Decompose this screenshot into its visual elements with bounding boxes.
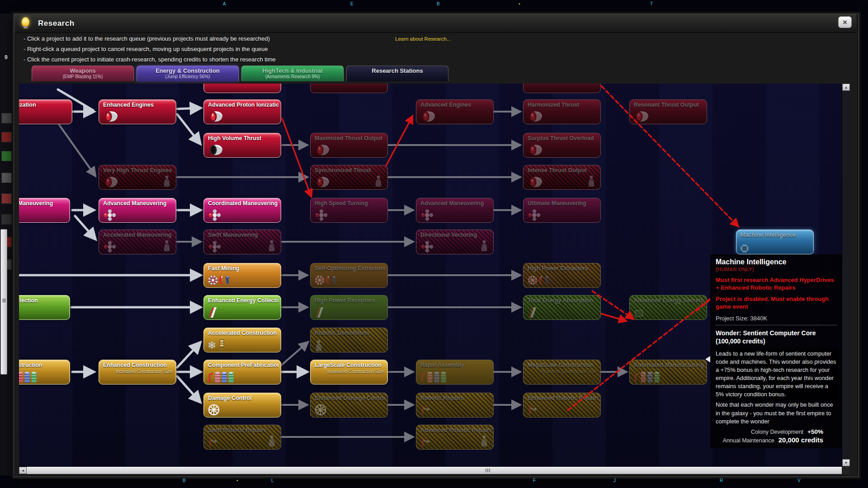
node-label: Intense Thrust Output: [528, 167, 598, 174]
background-map-label: F: [533, 478, 536, 483]
tab-progress: (EMP Blasting 11%): [32, 74, 133, 79]
node-label: Automated Manufacturing: [634, 362, 704, 368]
research-node-enhanced-construction[interactable]: Enhanced ConstructionIncreased Construct…: [99, 360, 176, 385]
tooltip-colony-development-row: Colony Development +50%: [716, 428, 837, 435]
research-node-intense-thrust-output[interactable]: Intense Thrust Output: [523, 165, 601, 190]
research-node-very-high-thrust-engines[interactable]: Very High Thrust Engines: [99, 165, 176, 190]
research-node-enhanced-robotic-repairs[interactable]: Enhanced Robotic Repairs: [523, 393, 601, 418]
node-label: Swift Maneuvering: [208, 232, 278, 238]
svg-text:❄: ❄: [208, 339, 216, 351]
research-node-enhanced-engines[interactable]: Enhanced Engines: [99, 99, 176, 124]
research-node-llection[interactable]: llection: [19, 295, 70, 320]
tab-label: Research Stations: [347, 67, 448, 74]
tooltip-requirement: Must first research Advanced HyperDrives…: [716, 276, 837, 292]
horizontal-scrollbar[interactable]: ◄ ►: [19, 466, 849, 474]
background-map-label: E: [350, 1, 354, 6]
node-sublabel: Increased Construction Size: [327, 369, 384, 374]
node-figure-icon: [267, 239, 276, 253]
research-node-accelerated-construction[interactable]: Accelerated Construction❄: [203, 328, 281, 352]
background-label: 9: [5, 54, 8, 61]
background-map-label: •: [236, 478, 238, 483]
research-node-high-power-extractors[interactable]: High Power Extractors: [523, 263, 601, 288]
research-node-advanced-robotic-repairs[interactable]: Advanced Robotic Repairs: [416, 425, 494, 450]
scroll-left-button[interactable]: ◄: [19, 467, 27, 474]
node-label: llection: [19, 297, 67, 304]
node-label: Synchronized Thrust: [315, 167, 385, 174]
background-map-label: B: [183, 478, 186, 483]
background-map-label: J: [613, 478, 616, 483]
research-node-high-volume-thrust[interactable]: High Volume Thrust: [203, 133, 281, 158]
research-node-high-speed-turning[interactable]: High Speed Turning: [310, 198, 388, 223]
research-node-advanced-energy-secrets[interactable]: Advanced Energy Secrets: [629, 295, 707, 320]
node-figure-icon: [374, 175, 383, 188]
research-node-struction[interactable]: struction: [19, 360, 70, 385]
research-node-swift-maneuvering[interactable]: Swift Maneuvering: [203, 230, 281, 254]
grip-icon: [2, 300, 6, 301]
research-node-advanced-maneuvering[interactable]: Advanced Maneuvering: [99, 198, 176, 223]
arrow-up-icon: ▲: [844, 85, 848, 89]
tooltip-human-only: [HUMAN ONLY]: [716, 267, 837, 272]
research-node-advanced-maneuvering[interactable]: Advanced Maneuvering: [416, 198, 494, 223]
research-node-automated-manufacturing[interactable]: Automated Manufacturing: [629, 360, 707, 385]
background-map-label: R: [720, 478, 723, 483]
tab-weapons[interactable]: Weapons(EMP Blasting 11%): [32, 66, 134, 81]
close-button[interactable]: ✕: [838, 16, 852, 28]
research-node-ultimate-maneuvering[interactable]: Ultimate Maneuvering: [523, 198, 601, 223]
research-node-megascale-construction[interactable]: MegaScale ConstructionIncreased Construc…: [523, 360, 601, 385]
research-node-robotic-repairs[interactable]: Robotic Repairs: [416, 393, 494, 418]
research-node-fast-mining[interactable]: Fast Mining: [203, 263, 281, 288]
node-label: Surplus Thrust Overload: [528, 135, 598, 141]
research-node-harmonized-thrust[interactable]: Harmonized Thrust: [523, 99, 601, 124]
node-engine-icon: [527, 176, 544, 188]
research-node-synchronized-thrust[interactable]: Synchronized Thrust: [310, 165, 388, 190]
node-label: Self-Optimizing Extractors: [315, 265, 385, 272]
background-map-label: B: [437, 1, 440, 6]
node-engine-icon: [208, 110, 225, 123]
research-node-partial[interactable]: [203, 84, 281, 93]
research-node-robotic-demolitions[interactable]: Robotic Demolitions: [310, 328, 388, 352]
research-node-largescale-construction[interactable]: LargeScale ConstructionIncreased Constru…: [310, 360, 388, 385]
research-node-surplus-thrust-overload[interactable]: Surplus Thrust Overload: [523, 133, 601, 158]
node-figure-icon: [480, 239, 489, 253]
node-label: Advanced Engines: [420, 102, 491, 108]
node-label: Coordinated Maneuvering: [208, 200, 278, 206]
research-node-machine-intelligence[interactable]: Machine Intelligence: [736, 230, 814, 254]
research-node-resonant-thrust-output[interactable]: Resonant Thrust Output: [629, 99, 707, 124]
node-cans4-icon: [420, 371, 446, 383]
learn-about-research-link[interactable]: Learn about Research...: [395, 36, 451, 42]
research-node-advanced-engines[interactable]: Advanced Engines: [416, 99, 494, 124]
research-node-self-optimizing-extractors[interactable]: Self-Optimizing Extractors: [310, 263, 388, 288]
node-label: Swift Robotic Repairs: [208, 427, 278, 433]
research-node-directional-vectoring[interactable]: Directional Vectoring: [416, 230, 494, 254]
vertical-scrollbar-thumb[interactable]: [0, 229, 7, 375]
node-label: ization: [19, 102, 70, 108]
tab-research-stations[interactable]: Research Stations: [346, 66, 448, 81]
research-node-partial[interactable]: [310, 84, 388, 93]
research-node-maneuvering[interactable]: Maneuvering: [19, 198, 70, 223]
scroll-down-button[interactable]: ▼: [842, 459, 850, 466]
research-node-swift-robotic-repairs[interactable]: Swift Robotic Repairs: [203, 425, 281, 450]
research-node-coordinated-maneuvering[interactable]: Coordinated Maneuvering: [203, 198, 281, 223]
tab-hightech-industrial[interactable]: HighTech & Industrial(Armaments Research…: [241, 66, 344, 81]
node-label: Enhanced Engines: [103, 102, 174, 108]
tab-energy-construction[interactable]: Energy & Construction(Jump Efficiency 56…: [137, 66, 239, 81]
scroll-up-button[interactable]: ▲: [842, 84, 850, 91]
node-engine-icon: [314, 176, 331, 188]
research-node-component-prefabrication[interactable]: Component PreFabrication: [203, 360, 281, 385]
research-node-accelerated-maneuvering[interactable]: Accelerated Maneuvering: [99, 230, 176, 254]
research-node-partial[interactable]: [523, 84, 601, 93]
node-panel-icon: [314, 306, 326, 319]
research-node-enhanced-damage-control[interactable]: Enhanced Damage Control: [310, 393, 388, 418]
vertical-scrollbar[interactable]: ▲ ▼: [842, 84, 850, 466]
window-title: Research: [38, 19, 75, 28]
node-thruster-icon: [103, 209, 117, 221]
research-node-maximized-thrust-output[interactable]: Maximized Thrust Output: [310, 133, 388, 158]
tab-progress: (Armaments Research 9%): [242, 74, 343, 79]
research-node-total-energy-absorption[interactable]: Total Energy Absorption: [523, 295, 601, 320]
research-node-high-power-receptors[interactable]: High Power Receptors: [310, 295, 388, 320]
research-node-ization[interactable]: ization: [19, 99, 72, 124]
research-node-rapid-assembly[interactable]: Rapid Assembly: [416, 360, 494, 385]
research-node-advanced-proton-ionization[interactable]: Advanced Proton Ionization: [203, 99, 281, 124]
research-node-enhanced-energy-collection[interactable]: Enhanced Energy Collection: [203, 295, 281, 320]
research-node-damage-control[interactable]: Damage Control: [203, 393, 281, 418]
